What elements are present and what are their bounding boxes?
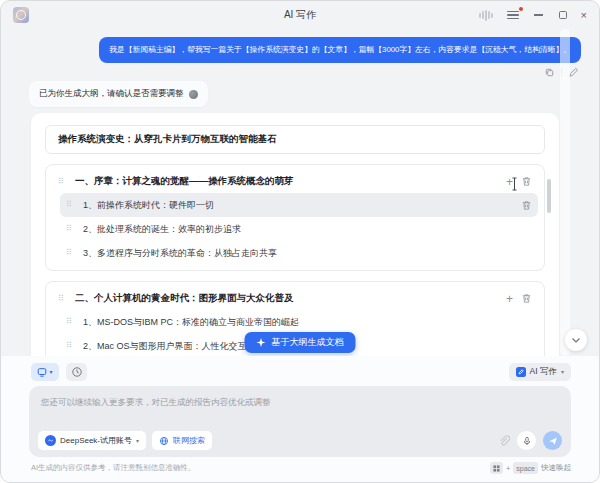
shortcut-hint-text: 快速唤起 xyxy=(541,463,571,473)
history-button[interactable] xyxy=(66,363,87,381)
generate-doc-label: 基于大纲生成文档 xyxy=(272,336,344,349)
model-label: DeepSeek-试用账号 xyxy=(60,435,132,446)
shortcut-plus: + xyxy=(506,464,510,473)
space-key-badge: space xyxy=(513,462,538,474)
sparkle-icon xyxy=(257,338,266,347)
outline-item-text: 3、多道程序与分时系统的革命：从独占走向共享 xyxy=(83,247,532,260)
composer-panel: ▾ AI 写作 ▾ D xyxy=(1,356,599,483)
outline-item-row[interactable]: ⠿ 1、前操作系统时代：硬件即一切 xyxy=(60,193,538,217)
section-heading-row[interactable]: ⠿ 二、个人计算机的黄金时代：图形界面与大众化普及 + xyxy=(52,287,538,310)
drag-handle-icon[interactable]: ⠿ xyxy=(66,249,75,257)
deepseek-icon xyxy=(45,435,56,446)
titlebar: AI 写作 × xyxy=(1,1,599,29)
app-window: AI 写作 × 我是【新闻稿主编】，帮我写一篇关于【操作系统演变史】的【文章】，… xyxy=(0,0,600,483)
composer-footer: AI生成的内容仅供参考，请注意甄别信息准确性。 + space 快速唤起 xyxy=(31,462,571,474)
outline-item-row[interactable]: ⠿ 2、批处理系统的诞生：效率的初步追求 xyxy=(60,217,538,241)
note-status-icon xyxy=(189,90,198,99)
copy-icon[interactable] xyxy=(544,67,555,78)
chat-area: 我是【新闻稿主编】，帮我写一篇关于【操作系统演变史】的【文章】，篇幅【3000字… xyxy=(1,29,599,356)
assistant-message: 已为你生成大纲，请确认是否需要调整 xyxy=(29,81,208,107)
drag-handle-icon[interactable]: ⠿ xyxy=(58,178,67,186)
new-chat-button[interactable]: ▾ xyxy=(31,363,59,381)
text-cursor-icon xyxy=(510,177,519,195)
composer-actions xyxy=(497,431,562,450)
attachment-icon[interactable] xyxy=(497,434,510,447)
ai-writer-icon xyxy=(516,367,526,377)
mode-selector[interactable]: AI 写作 ▾ xyxy=(509,363,571,381)
section-heading-row[interactable]: ⠿ 一、序章：计算之魂的觉醒——操作系统概念的萌芽 + xyxy=(52,170,538,193)
notification-dot xyxy=(519,7,523,11)
web-search-label: 联网搜索 xyxy=(173,435,205,446)
composer-toolbar: ▾ AI 写作 ▾ xyxy=(31,363,571,381)
drag-handle-icon[interactable]: ⠿ xyxy=(66,201,75,209)
section-heading: 二、个人计算机的黄金时代：图形界面与大众化普及 xyxy=(75,292,498,305)
model-selector[interactable]: DeepSeek-试用账号 ▾ xyxy=(38,431,146,450)
menu-icon[interactable] xyxy=(507,10,519,20)
section-heading: 一、序章：计算之魂的觉醒——操作系统概念的萌芽 xyxy=(75,175,498,188)
scrollbar-track[interactable] xyxy=(560,29,570,356)
maximize-button[interactable] xyxy=(559,11,567,19)
scroll-to-bottom-button[interactable] xyxy=(565,329,587,351)
chevron-down-icon: ▾ xyxy=(49,369,52,375)
send-button[interactable] xyxy=(543,431,562,450)
shortcut-hint: + space 快速唤起 xyxy=(490,462,571,474)
delete-icon[interactable] xyxy=(521,176,532,187)
generate-doc-button[interactable]: 基于大纲生成文档 xyxy=(245,332,356,353)
microphone-button[interactable] xyxy=(517,431,536,450)
outline-item-row[interactable]: ⠿ 3、多道程序与分时系统的革命：从独占走向共享 xyxy=(60,241,538,265)
outline-section: ⠿ 一、序章：计算之魂的觉醒——操作系统概念的萌芽 + ⠿ 1、前操作系统时代：… xyxy=(45,164,545,271)
message-input-box[interactable]: DeepSeek-试用账号 ▾ 联网搜索 xyxy=(29,386,571,457)
outline-item-text: 2、批处理系统的诞生：效率的初步追求 xyxy=(83,223,532,236)
disclaimer-text: AI生成的内容仅供参考，请注意甄别信息准确性。 xyxy=(31,463,196,473)
add-item-icon[interactable]: + xyxy=(506,293,513,305)
outline-item-text: 1、MS-DOS与IBM PC：标准的确立与商业帝国的崛起 xyxy=(83,316,532,329)
user-message: 我是【新闻稿主编】，帮我写一篇关于【操作系统演变史】的【文章】，篇幅【3000字… xyxy=(99,37,581,63)
chevron-down-icon: ▾ xyxy=(561,369,564,375)
outline-item-text: 1、前操作系统时代：硬件即一切 xyxy=(83,199,513,212)
drag-handle-icon[interactable]: ⠿ xyxy=(66,318,75,326)
win-key-icon xyxy=(490,462,503,474)
mode-label: AI 写作 xyxy=(530,366,557,378)
outline-panel: 操作系统演变史：从穿孔卡片到万物互联的智能基石 ⠿ 一、序章：计算之魂的觉醒——… xyxy=(31,113,559,356)
voice-input-icon[interactable] xyxy=(479,9,493,21)
outline-title[interactable]: 操作系统演变史：从穿孔卡片到万物互联的智能基石 xyxy=(45,125,545,154)
web-search-toggle[interactable]: 联网搜索 xyxy=(152,431,212,450)
chevron-down-icon: ▾ xyxy=(136,438,139,444)
globe-icon xyxy=(159,436,169,446)
close-button[interactable]: × xyxy=(581,10,587,21)
outline-item-row[interactable]: ⠿ 1、MS-DOS与IBM PC：标准的确立与商业帝国的崛起 xyxy=(60,310,538,334)
drag-handle-icon[interactable]: ⠿ xyxy=(66,225,75,233)
delete-icon[interactable] xyxy=(521,293,532,304)
assistant-note-text: 已为你生成大纲，请确认是否需要调整 xyxy=(39,88,184,100)
drag-handle-icon[interactable]: ⠿ xyxy=(66,342,75,350)
composer-options: DeepSeek-试用账号 ▾ 联网搜索 xyxy=(38,431,212,450)
minimize-button[interactable] xyxy=(533,9,545,21)
delete-icon[interactable] xyxy=(521,200,532,211)
titlebar-controls: × xyxy=(479,9,587,21)
drag-handle-icon[interactable]: ⠿ xyxy=(58,295,67,303)
scrollbar-thumb[interactable] xyxy=(547,179,551,213)
